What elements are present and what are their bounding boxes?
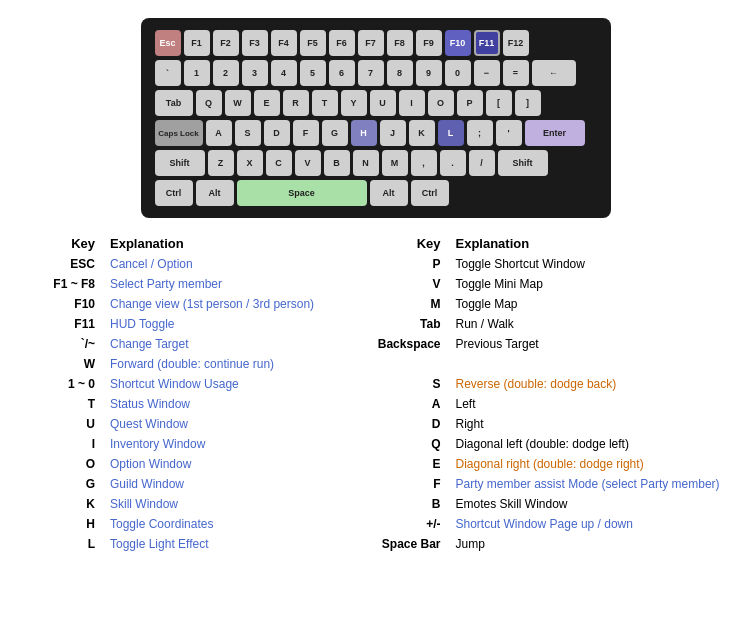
key-p[interactable]: P [457,90,483,116]
key-4[interactable]: 4 [271,60,297,86]
legend-val-left: Skill Window [110,495,376,513]
legend-row: 1 ~ 0 Shortcut Window Usage S Reverse (d… [30,375,721,393]
legend-val-left: Select Party member [110,275,376,293]
legend-key-right: Backspace [376,335,456,353]
key-enter[interactable]: Enter [525,120,585,146]
legend-val-right: Emotes Skill Window [456,495,722,513]
key-equals[interactable]: = [503,60,529,86]
key-tab[interactable]: Tab [155,90,193,116]
key-e[interactable]: E [254,90,280,116]
legend-key-left: 1 ~ 0 [30,375,110,393]
key-f2[interactable]: F2 [213,30,239,56]
key-shift-right[interactable]: Shift [498,150,548,176]
key-b[interactable]: B [324,150,350,176]
key-f8[interactable]: F8 [387,30,413,56]
key-g[interactable]: G [322,120,348,146]
key-u[interactable]: U [370,90,396,116]
legend-row: F11 HUD Toggle Tab Run / Walk [30,315,721,333]
key-3[interactable]: 3 [242,60,268,86]
key-w[interactable]: W [225,90,251,116]
key-f11[interactable]: F11 [474,30,500,56]
key-1[interactable]: 1 [184,60,210,86]
legend-row: W Forward (double: continue run) [30,355,721,373]
legend-val-left: Forward (double: continue run) [110,355,376,373]
key-lbracket[interactable]: [ [486,90,512,116]
legend-row: G Guild Window F Party member assist Mod… [30,475,721,493]
key-semicolon[interactable]: ; [467,120,493,146]
key-r[interactable]: R [283,90,309,116]
legend-val-left: Toggle Coordinates [110,515,376,533]
key-f9[interactable]: F9 [416,30,442,56]
key-z[interactable]: Z [208,150,234,176]
key-0[interactable]: 0 [445,60,471,86]
key-j[interactable]: J [380,120,406,146]
key-6[interactable]: 6 [329,60,355,86]
key-q[interactable]: Q [196,90,222,116]
key-caps[interactable]: Caps Lock [155,120,203,146]
key-d[interactable]: D [264,120,290,146]
key-rbracket[interactable]: ] [515,90,541,116]
legend-val-left: Guild Window [110,475,376,493]
key-5[interactable]: 5 [300,60,326,86]
key-f12[interactable]: F12 [503,30,529,56]
legend-key-left: ESC [30,255,110,273]
key-8[interactable]: 8 [387,60,413,86]
key-f3[interactable]: F3 [242,30,268,56]
legend-key-right: Q [376,435,456,453]
legend-val-right: Toggle Map [456,295,722,313]
key-minus[interactable]: − [474,60,500,86]
legend-key-left: O [30,455,110,473]
key-f7[interactable]: F7 [358,30,384,56]
key-slash[interactable]: / [469,150,495,176]
key-f6[interactable]: F6 [329,30,355,56]
key-shift-left[interactable]: Shift [155,150,205,176]
legend-val-left: Inventory Window [110,435,376,453]
key-s[interactable]: S [235,120,261,146]
key-backtick[interactable]: ` [155,60,181,86]
key-t[interactable]: T [312,90,338,116]
key-esc[interactable]: Esc [155,30,181,56]
key-7[interactable]: 7 [358,60,384,86]
col-header-explanation1: Explanation [110,236,376,251]
key-quote[interactable]: ' [496,120,522,146]
key-h[interactable]: H [351,120,377,146]
key-m[interactable]: M [382,150,408,176]
key-period[interactable]: . [440,150,466,176]
key-comma[interactable]: , [411,150,437,176]
legend-val-left: HUD Toggle [110,315,376,333]
key-backspace[interactable]: ← [532,60,576,86]
key-f10[interactable]: F10 [445,30,471,56]
legend-val-left: Option Window [110,455,376,473]
key-i[interactable]: I [399,90,425,116]
legend-rows: ESC Cancel / Option P Toggle Shortcut Wi… [30,255,721,553]
key-f5[interactable]: F5 [300,30,326,56]
legend-key-right: Space Bar [376,535,456,553]
key-row-numbers: ` 1 2 3 4 5 6 7 8 9 0 − = ← [155,60,597,86]
legend-val-right: Diagonal left (double: dodge left) [456,435,722,453]
key-k[interactable]: K [409,120,435,146]
key-space[interactable]: Space [237,180,367,206]
legend-key-right: B [376,495,456,513]
key-v[interactable]: V [295,150,321,176]
key-l[interactable]: L [438,120,464,146]
key-y[interactable]: Y [341,90,367,116]
legend-val-right: Previous Target [456,335,722,353]
key-o[interactable]: O [428,90,454,116]
key-ctrl-right[interactable]: Ctrl [411,180,449,206]
key-alt-left[interactable]: Alt [196,180,234,206]
key-c[interactable]: C [266,150,292,176]
key-a[interactable]: A [206,120,232,146]
key-f4[interactable]: F4 [271,30,297,56]
key-2[interactable]: 2 [213,60,239,86]
key-alt-right[interactable]: Alt [370,180,408,206]
key-9[interactable]: 9 [416,60,442,86]
key-row-asdf: Caps Lock A S D F G H J K L ; ' Enter [155,120,597,146]
legend-row: U Quest Window D Right [30,415,721,433]
key-ctrl-left[interactable]: Ctrl [155,180,193,206]
key-n[interactable]: N [353,150,379,176]
key-f1[interactable]: F1 [184,30,210,56]
legend-key-right: +/- [376,515,456,533]
key-f[interactable]: F [293,120,319,146]
legend-val-left: Quest Window [110,415,376,433]
key-x[interactable]: X [237,150,263,176]
